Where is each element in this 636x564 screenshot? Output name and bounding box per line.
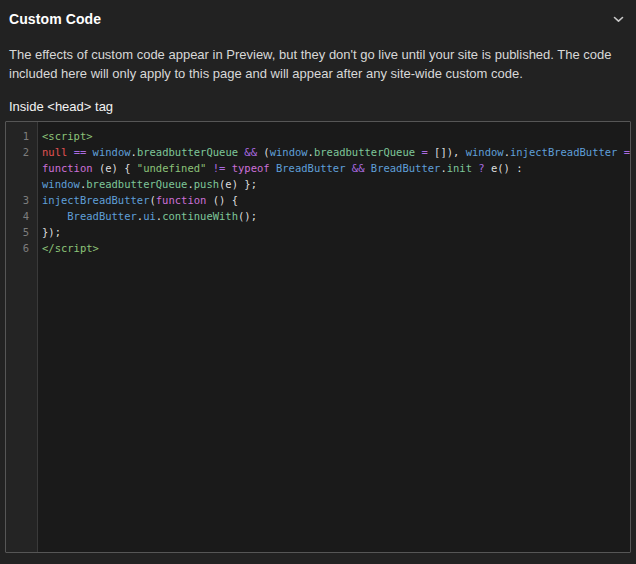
code-token: ();	[238, 210, 257, 222]
code-token: BreadButter	[67, 210, 137, 222]
code-token: injectBreadButter	[510, 146, 617, 158]
code-token: () {	[206, 194, 238, 206]
code-token: function	[156, 194, 207, 206]
code-line-text: <script>	[38, 128, 93, 144]
code-row: 6</script>	[6, 240, 630, 256]
line-number	[6, 176, 38, 192]
line-number: 2	[6, 144, 38, 160]
code-token: ui	[143, 210, 156, 222]
line-number: 1	[6, 128, 38, 144]
code-token: (e) };	[219, 178, 257, 190]
chevron-down-icon	[613, 11, 624, 26]
collapse-section-button[interactable]	[611, 14, 626, 25]
code-token: =	[624, 146, 630, 158]
custom-code-panel: Custom Code The effects of custom code a…	[0, 0, 636, 564]
code-token: breadbutterQueue	[137, 146, 238, 158]
code-line-text: function (e) { "undefined" != typeof Bre…	[38, 160, 523, 176]
code-token: window	[466, 146, 504, 158]
code-token: BreadButter	[371, 162, 441, 174]
code-line-text: BreadButter.ui.continueWith();	[38, 208, 257, 224]
code-token: injectBreadButter	[42, 194, 149, 206]
code-token: </script>	[42, 242, 99, 254]
panel-header: Custom Code	[0, 0, 636, 27]
code-line-text: null == window.breadbutterQueue && (wind…	[38, 144, 630, 160]
code-content: 1<script>2null == window.breadbutterQueu…	[6, 122, 630, 256]
line-number: 6	[6, 240, 38, 256]
code-token: <script>	[42, 130, 93, 142]
code-token: window	[270, 146, 308, 158]
code-token: init	[447, 162, 472, 174]
code-line-text: injectBreadButter(function () {	[38, 192, 238, 208]
code-token: "undefined"	[137, 162, 207, 174]
code-row: 2null == window.breadbutterQueue && (win…	[6, 144, 630, 160]
code-token: window	[42, 178, 80, 190]
page-title: Custom Code	[9, 11, 101, 27]
code-token: BreadButter	[276, 162, 346, 174]
line-number: 4	[6, 208, 38, 224]
code-line-text: </script>	[38, 240, 99, 256]
code-row: window.breadbutterQueue.push(e) };	[6, 176, 630, 192]
code-token: e() :	[485, 162, 523, 174]
code-token: []),	[428, 146, 466, 158]
panel-description: The effects of custom code appear in Pre…	[9, 45, 627, 83]
code-row: 1<script>	[6, 128, 630, 144]
line-number: 3	[6, 192, 38, 208]
code-token: null	[42, 146, 67, 158]
code-token: function	[42, 162, 93, 174]
code-token: typeof	[232, 162, 270, 174]
code-row: function (e) { "undefined" != typeof Bre…	[6, 160, 630, 176]
code-token: push	[194, 178, 219, 190]
code-token: &&	[244, 146, 257, 158]
code-token: });	[42, 226, 61, 238]
code-line-text: });	[38, 224, 61, 240]
line-number	[6, 160, 38, 176]
code-token: continueWith	[162, 210, 238, 222]
code-editor[interactable]: 1<script>2null == window.breadbutterQueu…	[5, 121, 631, 553]
code-line-text: window.breadbutterQueue.push(e) };	[38, 176, 257, 192]
code-token: (	[257, 146, 270, 158]
inside-head-tag-label: Inside <head> tag	[9, 99, 627, 114]
code-row: 4 BreadButter.ui.continueWith();	[6, 208, 630, 224]
code-token: breadbutterQueue	[314, 146, 415, 158]
code-token: window	[93, 146, 131, 158]
code-token: (e) {	[93, 162, 137, 174]
code-token: ==	[74, 146, 87, 158]
code-token: &&	[352, 162, 365, 174]
code-row: 3injectBreadButter(function () {	[6, 192, 630, 208]
code-row: 5});	[6, 224, 630, 240]
line-number: 5	[6, 224, 38, 240]
code-token	[42, 210, 67, 222]
code-token: breadbutterQueue	[86, 178, 187, 190]
code-token: !=	[213, 162, 226, 174]
